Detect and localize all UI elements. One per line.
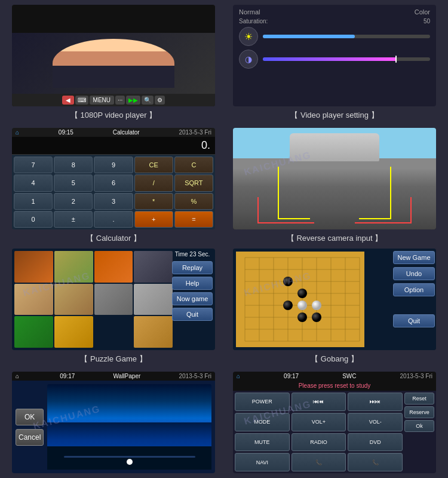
vps-sat-label: Saturation:: [239, 18, 268, 24]
swc-volup-btn[interactable]: VOL+: [291, 413, 346, 431]
calc-btn-sqrt[interactable]: SQRT: [174, 174, 213, 191]
svg-point-22: [283, 277, 293, 286]
puzzle-tile-9: [54, 316, 93, 348]
puzzle-tile-11: [134, 316, 173, 348]
calc-btn-eq[interactable]: =: [174, 211, 213, 228]
gobang-board-svg: [233, 249, 370, 350]
gobang-option-btn[interactable]: Option: [393, 283, 435, 296]
puzzle-tile-1: [54, 251, 93, 283]
gobang-screen: New Game Undo Option Quit KAICHUANG: [233, 249, 436, 350]
swc-phone2-btn[interactable]: 📞: [348, 453, 403, 471]
puzzle-newgame-btn[interactable]: Now game: [172, 292, 213, 305]
calc-btn-ce[interactable]: CE: [134, 157, 173, 173]
swc-main-grid: POWER ⏮⏮ ⏭⏭ MODE VOL+ VOL- MUTE RADIO DV…: [235, 393, 403, 471]
swc-screen: ⌂ 09:17 SWC 2013-5-3 Fri Please press re…: [233, 372, 436, 473]
swc-reserve-btn[interactable]: Reserve: [404, 406, 434, 418]
menu-btn[interactable]: MENU: [90, 96, 114, 105]
calc-btn-mul[interactable]: *: [134, 193, 173, 210]
wallpaper-cell: ⌂ 09:17 WallPaper 2013-5-3 Fri OK Cancel: [6, 372, 221, 478]
calc-home: ⌂: [16, 129, 19, 136]
calc-btn-8[interactable]: 8: [54, 157, 93, 173]
svg-point-23: [297, 301, 307, 310]
settings-btn[interactable]: ⚙: [155, 96, 165, 105]
gobang-newgame-btn[interactable]: New Game: [393, 251, 435, 264]
puzzle-tile-2: [94, 251, 133, 283]
swc-next-btn[interactable]: ⏭⏭: [348, 393, 403, 411]
swc-cell: ⌂ 09:17 SWC 2013-5-3 Fri Please press re…: [227, 372, 442, 478]
wp-cancel-btn[interactable]: Cancel: [16, 429, 44, 446]
swc-navi-btn[interactable]: NAVI: [235, 453, 290, 471]
calc-btn-1[interactable]: 1: [14, 193, 53, 210]
dots-btn[interactable]: ···: [115, 96, 125, 105]
next-btn[interactable]: ▶▶: [126, 96, 140, 105]
puzzle-replay-btn[interactable]: Replay: [172, 261, 213, 274]
puzzle-cell: Time 23 Sec. Replay Help Now game Quit K…: [6, 249, 221, 367]
gobang-undo-btn[interactable]: Undo: [393, 267, 435, 280]
calculator-screen: ⌂ 09:15 Calculator 2013-5-3 Fri 0. 7 8 9…: [12, 128, 215, 229]
swc-reset-btn[interactable]: Reset: [404, 393, 434, 405]
wp-title: WallPaper: [113, 373, 141, 379]
vps-mode: Normal: [239, 8, 260, 16]
vps-cell: Normal Color Saturation: 50 ☀ ◑: [227, 5, 442, 123]
calc-btn-plusminus[interactable]: ±: [54, 211, 93, 228]
calc-btn-5[interactable]: 5: [54, 174, 93, 191]
calc-btn-9[interactable]: 9: [94, 157, 133, 173]
wp-scroll-dot: [127, 459, 133, 465]
swc-dvd-btn[interactable]: DVD: [348, 433, 403, 452]
search-btn[interactable]: 🔍: [142, 96, 154, 105]
swc-prev-btn[interactable]: ⏮⏮: [291, 393, 346, 411]
calc-btn-c[interactable]: C: [174, 157, 213, 173]
saturation-bar[interactable]: [263, 57, 430, 61]
swc-mute-btn[interactable]: MUTE: [235, 433, 290, 452]
reverse-caption: 【 Reverse camera input 】: [287, 233, 382, 244]
puzzle-tile-empty: [94, 316, 133, 348]
gobang-panel: New Game Undo Option Quit: [393, 251, 435, 327]
gobang-quit-btn[interactable]: Quit: [393, 314, 435, 327]
calc-time: 09:15: [59, 129, 73, 136]
wp-home-icon: ⌂: [16, 373, 19, 379]
calc-title: Calculator: [113, 129, 140, 136]
prev-btn[interactable]: ◀: [62, 96, 74, 105]
puzzle-time: Time 23 Sec.: [172, 251, 213, 258]
calc-btn-pct[interactable]: %: [174, 193, 213, 210]
vps-screen: Normal Color Saturation: 50 ☀ ◑: [233, 5, 436, 106]
puzzle-tile-0: [14, 251, 53, 283]
puzzle-tile-6: [94, 284, 133, 315]
swc-radio-btn[interactable]: RADIO: [291, 433, 346, 452]
calc-btn-dot[interactable]: .: [94, 211, 133, 228]
calc-btn-3[interactable]: 3: [94, 193, 133, 210]
brightness-icon: ☀: [239, 27, 258, 46]
puzzle-tile-7: [134, 284, 173, 315]
puzzle-quit-btn[interactable]: Quit: [172, 308, 213, 321]
calc-btn-6[interactable]: 6: [94, 174, 133, 191]
calc-btn-div[interactable]: /: [134, 174, 173, 191]
video-player-caption: 【 1080P video player 】: [70, 110, 157, 121]
calc-btn-7[interactable]: 7: [14, 157, 53, 173]
puzzle-help-btn[interactable]: Help: [172, 277, 213, 290]
keyboard-btn[interactable]: ⌨: [75, 96, 88, 105]
swc-date: 2013-5-3 Fri: [400, 373, 432, 379]
reverse-camera-screen: KAICHUANG: [233, 128, 436, 229]
swc-mode-btn[interactable]: MODE: [235, 413, 290, 431]
wp-ok-btn[interactable]: OK: [16, 409, 44, 425]
svg-point-18: [297, 289, 307, 298]
swc-home-icon: ⌂: [237, 373, 240, 379]
swc-right-col: Reset Reserve Ok: [404, 393, 434, 471]
swc-prompt: Please press reset to study: [233, 381, 436, 391]
svg-point-19: [283, 301, 293, 310]
swc-phone-btn[interactable]: 📞: [291, 453, 346, 471]
calc-date: 2013-5-3 Fri: [179, 129, 211, 136]
calc-btn-0[interactable]: 0: [14, 211, 53, 228]
brightness-bar[interactable]: [263, 35, 430, 38]
calc-btn-4[interactable]: 4: [14, 174, 53, 191]
swc-voldown-btn[interactable]: VOL-: [348, 413, 403, 431]
calc-btn-2[interactable]: 2: [54, 193, 93, 210]
calc-btn-plus[interactable]: +: [134, 211, 173, 228]
video-player-cell: ◀ ⌨ MENU ··· ▶▶ 🔍 ⚙ 【 1080P video player…: [6, 5, 221, 123]
puzzle-tile-4: [14, 284, 53, 315]
vps-caption: 【 Video player setting 】: [290, 110, 378, 121]
svg-point-21: [312, 312, 321, 322]
swc-ok-btn[interactable]: Ok: [404, 420, 434, 432]
saturation-icon: ◑: [239, 50, 258, 69]
swc-power-btn[interactable]: POWER: [235, 393, 290, 411]
